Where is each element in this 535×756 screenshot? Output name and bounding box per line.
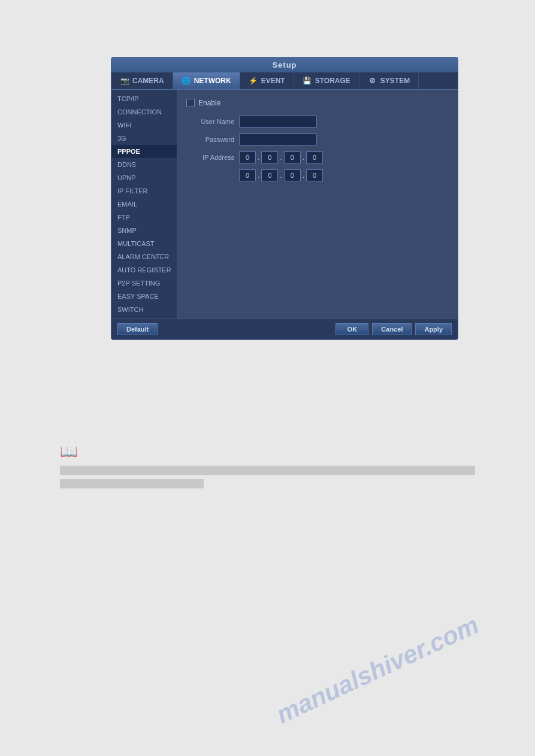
content-panel: Enable User Name Password IP Address: [177, 90, 458, 318]
storage-tab-icon: 💾: [303, 76, 312, 86]
username-label: User Name: [186, 118, 234, 125]
book-icon: 📖: [60, 443, 475, 460]
btn-group-right: OK Cancel Apply: [335, 323, 452, 335]
tab-event[interactable]: ⚡ EVENT: [240, 72, 294, 89]
sidebar-item-switch[interactable]: SWITCH: [111, 303, 177, 316]
tab-camera[interactable]: 📷 CAMERA: [111, 72, 173, 89]
ipaddress-label: IP Address: [186, 154, 234, 161]
page-wrapper: Setup 📷 CAMERA 🌐 NETWORK ⚡ EVENT 💾 STORA…: [0, 0, 535, 756]
default-button[interactable]: Default: [117, 323, 158, 335]
sidebar-item-connection[interactable]: CONNECTION: [111, 105, 177, 119]
enable-row: Enable: [186, 99, 449, 107]
network-tab-icon: 🌐: [182, 76, 191, 86]
sidebar-item-pppoe[interactable]: PPPOE: [111, 145, 177, 158]
ip-dot-2: .: [280, 153, 282, 162]
main-content: TCP/IP CONNECTION WIFI 3G PPPOE DDNS: [111, 90, 458, 318]
tab-storage[interactable]: 💾 STORAGE: [294, 72, 359, 89]
dialog-title: Setup: [111, 57, 458, 72]
apply-button[interactable]: Apply: [415, 323, 452, 335]
sidebar: TCP/IP CONNECTION WIFI 3G PPPOE DDNS: [111, 90, 177, 318]
ip-dot-3: .: [303, 153, 304, 162]
camera-tab-icon: 📷: [120, 76, 129, 86]
sidebar-item-alarmcenter[interactable]: ALARM CENTER: [111, 250, 177, 263]
sidebar-item-p2psetting[interactable]: P2P SETTING: [111, 277, 177, 290]
ip2-octet2[interactable]: [261, 169, 278, 181]
sidebar-item-ipfilter[interactable]: IP FILTER: [111, 184, 177, 198]
sidebar-item-multicast[interactable]: MULTICAST: [111, 237, 177, 250]
tab-bar: 📷 CAMERA 🌐 NETWORK ⚡ EVENT 💾 STORAGE ⚙ S…: [111, 72, 458, 90]
ip2-octet3[interactable]: [284, 169, 301, 181]
ip1-octet2[interactable]: [261, 151, 278, 163]
username-row: User Name: [186, 116, 449, 127]
ip-dot-4: .: [258, 171, 259, 180]
tab-system[interactable]: ⚙ SYSTEM: [359, 72, 419, 89]
ip-dot-5: .: [280, 171, 282, 180]
text-line-2: [60, 479, 204, 488]
sidebar-item-ddns[interactable]: DDNS: [111, 158, 177, 171]
text-line-1: [60, 466, 475, 475]
ip1-octet4[interactable]: [306, 151, 323, 163]
ip1-octet3[interactable]: [284, 151, 301, 163]
bottom-bar: Default OK Cancel Apply: [111, 318, 458, 339]
ip-group-1: . . .: [239, 151, 323, 163]
ip-dot-6: .: [303, 171, 304, 180]
ipaddress-row: IP Address . . .: [186, 151, 449, 163]
sidebar-item-snmp[interactable]: SNMP: [111, 224, 177, 237]
cancel-button[interactable]: Cancel: [372, 323, 412, 335]
enable-label: Enable: [198, 99, 220, 107]
sidebar-item-autoregister[interactable]: AUTO REGISTER: [111, 263, 177, 277]
ip2-octet1[interactable]: [239, 169, 256, 181]
sidebar-item-wifi[interactable]: WIFI: [111, 119, 177, 132]
password-input[interactable]: [239, 133, 317, 145]
sidebar-item-3g[interactable]: 3G: [111, 132, 177, 145]
ip1-octet1[interactable]: [239, 151, 256, 163]
password-row: Password: [186, 133, 449, 145]
ip-group-2: . . .: [239, 169, 323, 181]
setup-dialog: Setup 📷 CAMERA 🌐 NETWORK ⚡ EVENT 💾 STORA…: [111, 57, 458, 340]
system-tab-icon: ⚙: [368, 76, 377, 86]
ok-button[interactable]: OK: [335, 323, 368, 335]
tab-network[interactable]: 🌐 NETWORK: [173, 72, 240, 89]
username-input[interactable]: [239, 116, 317, 127]
sidebar-item-ftp[interactable]: FTP: [111, 211, 177, 224]
ip2-octet4[interactable]: [306, 169, 323, 181]
sidebar-item-upnp[interactable]: UPNP: [111, 171, 177, 184]
ipaddress-row2: . . .: [186, 169, 449, 181]
sidebar-item-easyspace[interactable]: EASY SPACE: [111, 290, 177, 303]
sidebar-item-tcpip[interactable]: TCP/IP: [111, 92, 177, 105]
bottom-section: 📖: [60, 443, 475, 488]
enable-checkbox[interactable]: [186, 99, 195, 107]
ip-dot-1: .: [258, 153, 259, 162]
watermark: manualshiver.com: [272, 611, 483, 729]
event-tab-icon: ⚡: [249, 76, 258, 86]
password-label: Password: [186, 136, 234, 143]
sidebar-item-email[interactable]: EMAIL: [111, 198, 177, 211]
